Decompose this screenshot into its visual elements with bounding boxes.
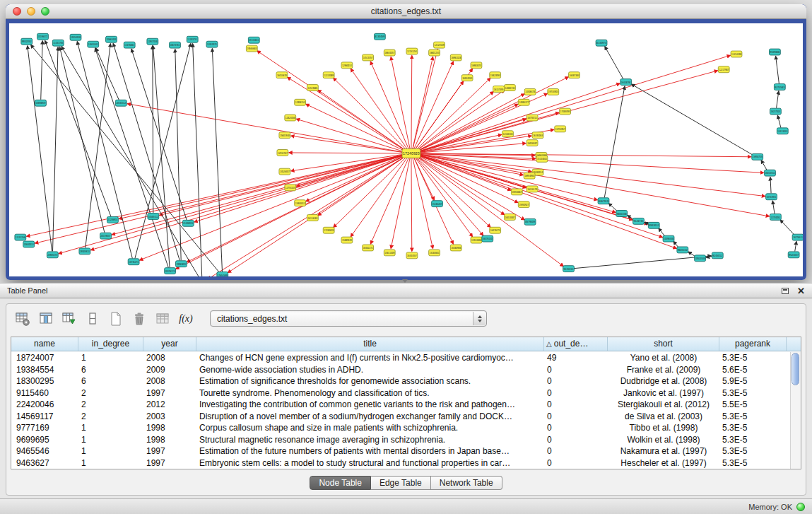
network-node[interactable]: 10673761 [170,42,181,48]
network-node[interactable]: 12124549 [434,42,445,48]
column-header-out_de[interactable]: △out_de… [544,337,608,351]
network-node[interactable]: 15950927 [518,201,529,208]
network-node[interactable]: 16014532 [765,170,776,176]
column-header-pagerank[interactable]: pagerank [719,337,787,351]
network-node[interactable]: 20159047 [100,233,112,239]
network-node[interactable]: 10735271 [128,259,139,265]
network-node[interactable]: 21206915 [182,220,194,226]
import-table-button[interactable] [152,309,173,329]
network-node[interactable]: 10553028 [70,34,81,40]
table-row[interactable]: 977716911998Corpus callosum shape and si… [11,422,790,434]
network-node[interactable]: 16116179 [526,186,538,192]
network-node[interactable]: 19734903 [548,88,559,95]
network-node[interactable]: 12960014 [341,62,353,69]
network-node[interactable]: 12704052 [770,214,781,220]
network-node[interactable]: 11431765 [52,40,64,46]
network-node[interactable]: 10376174 [165,268,176,274]
network-node[interactable]: 16137395 [493,86,505,93]
network-node[interactable]: 10630013 [23,241,35,247]
table-row[interactable]: 946362711997Embryonic stem cells: a mode… [11,457,790,469]
network-node[interactable]: 12651842 [88,41,99,47]
network-node[interactable]: 9245012 [712,252,723,259]
network-node[interactable]: 16014887 [505,214,516,220]
network-node[interactable]: 17654599 [217,272,228,276]
network-node[interactable]: 16776511 [792,234,803,240]
network-node[interactable]: 10743951 [766,194,777,200]
network-node[interactable]: 16193063 [532,132,543,139]
column-header-name[interactable]: name [11,337,78,351]
network-node[interactable]: 15944806 [471,237,482,243]
window-titlebar[interactable]: citations_edges.txt [6,4,806,19]
network-node[interactable]: 14519685 [307,85,318,91]
network-node[interactable]: 15184601 [429,250,440,256]
table-row[interactable]: 946554611997Estimation of the future num… [11,445,790,457]
network-node[interactable]: 14526307 [279,168,290,175]
network-node[interactable]: 17240920 [402,149,420,158]
network-node[interactable]: 9245013 [563,266,575,272]
network-node[interactable]: 19505913 [79,248,90,255]
network-node[interactable]: 12217987 [718,66,729,73]
network-node[interactable]: 11157256 [15,234,26,240]
network-node[interactable]: 11283751 [187,36,198,42]
network-node[interactable]: 10496538 [663,235,674,242]
table-row[interactable]: 1830029562008Estimation of significance … [11,375,790,387]
network-node[interactable]: 19565683 [246,45,257,52]
network-node[interactable]: 15144842 [536,156,548,162]
column-header-title[interactable]: title [196,337,544,351]
network-node[interactable]: 16016597 [526,140,538,146]
network-node[interactable]: 15889449 [341,237,353,243]
tab-node-table[interactable]: Node Table [310,476,371,490]
network-node[interactable]: 16961028 [450,54,461,61]
network-node[interactable]: 9932052 [21,38,33,45]
minimize-window-button[interactable] [27,7,35,16]
network-node[interactable]: 10924508 [695,255,706,262]
table-row[interactable]: 911546021997Tourette syndrome. Phenomeno… [11,387,790,399]
network-node[interactable]: 10663404 [106,36,117,42]
network-node[interactable]: 21206914 [107,216,119,223]
network-node[interactable]: 15958745 [752,153,763,160]
network-node[interactable]: 16462272 [363,245,374,251]
tab-edge-table[interactable]: Edge Table [371,476,431,490]
table-scrollbar-thumb[interactable] [792,353,799,385]
network-node[interactable]: 16116183 [307,214,318,221]
network-node[interactable]: 12224089 [323,72,334,78]
network-node[interactable]: 16954950 [524,173,535,179]
network-node[interactable]: 16601253 [429,49,440,56]
network-node[interactable]: 8943012 [648,222,659,228]
table-row[interactable]: 1872400712008Changes of HCN gene express… [11,352,790,364]
table-row[interactable]: 1456911722003Disruption of a novel membe… [11,411,790,423]
network-node[interactable]: 8130459 [374,33,385,40]
network-node[interactable]: 12958153 [295,99,306,105]
row-height-button[interactable] [82,309,103,329]
network-node[interactable]: 9523457 [788,252,799,258]
network-node[interactable]: 14985377 [518,99,529,105]
network-node[interactable]: 10698919 [35,100,47,106]
network-node[interactable]: 9509846 [770,49,781,55]
network-node[interactable]: 12947048 [147,38,158,45]
network-node[interactable]: 16644057 [384,49,395,56]
table-row[interactable]: 1938455462009Genome-wide association stu… [11,364,790,376]
float-panel-icon[interactable] [782,288,789,294]
network-node[interactable]: 15184287 [432,201,443,207]
network-node[interactable]: 35723841 [248,37,259,43]
network-node[interactable]: 16344557 [406,252,418,259]
table-scrollbar[interactable] [790,352,801,469]
network-node[interactable]: 16778721 [526,115,538,121]
table-row[interactable]: 969969511998Structural magnetic resonanc… [11,434,790,446]
network-node[interactable]: 15823094 [490,72,501,78]
network-node[interactable]: 12160104 [502,131,514,137]
network-node[interactable]: 12824058 [285,115,296,121]
network-node[interactable]: 17485095 [560,108,571,115]
network-node[interactable]: 16487384 [569,72,580,78]
network-node[interactable]: 10585412 [148,214,159,220]
network-node[interactable]: 12912767 [277,150,288,156]
network-node[interactable]: 17284678 [323,227,334,233]
network-node[interactable]: 15954867 [511,189,522,195]
network-node[interactable]: 9274583 [774,84,785,90]
network-node[interactable]: 16380906 [450,245,461,251]
network-node[interactable]: 15811009 [384,250,395,256]
network-node[interactable]: 16944950 [461,75,473,81]
table-mode-button[interactable] [12,309,33,329]
function-builder-button[interactable]: f(x) [175,309,196,329]
network-node[interactable]: 12151254 [406,48,418,54]
